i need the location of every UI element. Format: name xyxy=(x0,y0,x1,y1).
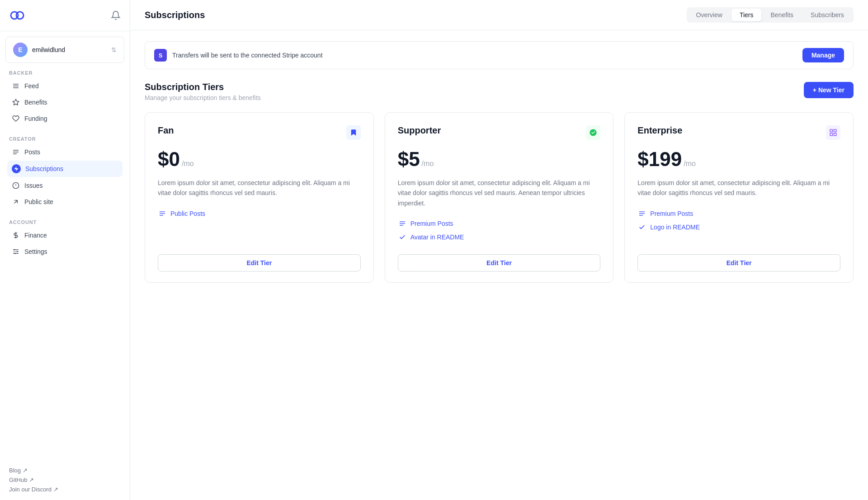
tier-supporter-price: $5 /mo xyxy=(398,148,601,171)
tier-supporter-name: Supporter xyxy=(398,125,441,136)
backer-section: BACKER Feed Benefits Funding xyxy=(0,63,130,129)
posts-benefit-icon-2 xyxy=(398,219,407,228)
sidebar-item-settings[interactable]: Settings xyxy=(7,244,123,259)
github-link[interactable]: GitHub ↗ xyxy=(9,476,121,483)
tier-fan-description: Lorem ipsum dolor sit amet, consectetur … xyxy=(158,178,361,198)
sidebar-item-posts-label: Posts xyxy=(24,148,40,156)
discord-link[interactable]: Join our Discord ↗ xyxy=(9,486,121,493)
svg-point-19 xyxy=(17,251,18,252)
section-title-block: Subscription Tiers Manage your subscript… xyxy=(145,82,261,101)
tab-subscribers[interactable]: Subscribers xyxy=(802,9,852,21)
sidebar-item-subscriptions-label: Subscriptions xyxy=(25,165,63,172)
sidebar-item-finance-label: Finance xyxy=(24,232,47,239)
account-section: ACCOUNT Finance Settings xyxy=(0,212,130,262)
benefit-public-posts-label: Public Posts xyxy=(170,210,205,217)
tier-supporter-benefits: Premium Posts Avatar in README xyxy=(398,219,601,242)
svg-rect-30 xyxy=(834,133,836,136)
issues-icon xyxy=(12,181,20,190)
backer-label: BACKER xyxy=(7,70,123,76)
main-content: S Transfers will be sent to the connecte… xyxy=(130,30,868,294)
tier-supporter-amount: $5 xyxy=(398,148,420,171)
edit-tier-enterprise-button[interactable]: Edit Tier xyxy=(637,254,840,271)
stripe-banner: S Transfers will be sent to the connecte… xyxy=(145,41,854,69)
sidebar-item-public-site[interactable]: Public site xyxy=(7,194,123,210)
account-label: ACCOUNT xyxy=(7,219,123,225)
public-site-icon xyxy=(12,198,20,206)
posts-benefit-icon xyxy=(158,209,167,218)
benefits-icon xyxy=(12,98,20,106)
blog-link[interactable]: Blog ↗ xyxy=(9,467,121,474)
posts-icon xyxy=(12,148,20,156)
user-switcher[interactable]: E emilwidlund ⇅ xyxy=(5,37,124,63)
svg-point-1 xyxy=(16,12,24,19)
tier-enterprise-description: Lorem ipsum dolor sit amet, consectetur … xyxy=(637,178,840,198)
tab-tiers[interactable]: Tiers xyxy=(731,9,762,21)
notification-bell[interactable] xyxy=(111,10,121,20)
sidebar-item-funding[interactable]: Funding xyxy=(7,111,123,126)
benefit-premium-posts: Premium Posts xyxy=(398,219,601,228)
sidebar: E emilwidlund ⇅ BACKER Feed Benefits xyxy=(0,0,130,500)
tier-card-fan: Fan $0 /mo Lorem ipsum dolor sit amet, c… xyxy=(145,112,374,283)
manage-button[interactable]: Manage xyxy=(802,48,844,62)
tab-benefits[interactable]: Benefits xyxy=(762,9,802,21)
sidebar-item-public-site-label: Public site xyxy=(24,198,53,205)
svg-point-20 xyxy=(14,253,16,254)
sidebar-item-feed[interactable]: Feed xyxy=(7,78,123,94)
check-benefit-icon xyxy=(398,233,407,242)
creator-section: CREATOR Posts Subscriptions xyxy=(0,129,130,212)
tier-enterprise-period: /mo xyxy=(684,160,696,168)
enterprise-tier-icon xyxy=(826,125,840,140)
posts-benefit-icon-3 xyxy=(637,209,646,218)
tier-card-fan-top: Fan xyxy=(158,125,361,140)
sidebar-item-funding-label: Funding xyxy=(24,115,47,122)
sidebar-item-benefits-label: Benefits xyxy=(24,99,47,106)
tier-fan-name: Fan xyxy=(158,125,174,136)
benefit-public-posts: Public Posts xyxy=(158,209,361,218)
sidebar-item-posts[interactable]: Posts xyxy=(7,144,123,160)
tiers-grid: Fan $0 /mo Lorem ipsum dolor sit amet, c… xyxy=(145,112,854,283)
stripe-banner-left: S Transfers will be sent to the connecte… xyxy=(154,49,323,62)
tab-overview[interactable]: Overview xyxy=(688,9,731,21)
tier-fan-benefits: Public Posts xyxy=(158,209,361,242)
new-tier-button[interactable]: + New Tier xyxy=(804,82,854,98)
section-header: Subscription Tiers Manage your subscript… xyxy=(145,82,854,101)
main-header: Subscriptions Overview Tiers Benefits Su… xyxy=(130,0,868,30)
finance-icon xyxy=(12,231,20,239)
avatar: E xyxy=(13,43,28,57)
edit-tier-fan-button[interactable]: Edit Tier xyxy=(158,254,361,271)
settings-icon xyxy=(12,248,20,256)
sidebar-item-subscriptions[interactable]: Subscriptions xyxy=(7,161,123,177)
stripe-banner-text: Transfers will be sent to the connected … xyxy=(172,52,323,59)
check-benefit-icon-2 xyxy=(637,223,646,232)
main-content-area: Subscriptions Overview Tiers Benefits Su… xyxy=(130,0,868,500)
edit-tier-supporter-button[interactable]: Edit Tier xyxy=(398,254,601,271)
page-title: Subscriptions xyxy=(145,10,205,20)
stripe-badge: S xyxy=(154,49,167,62)
tier-card-enterprise: Enterprise $199 /mo Lorem ipsum dolor si… xyxy=(624,112,854,283)
tier-enterprise-name: Enterprise xyxy=(637,125,682,136)
svg-line-13 xyxy=(14,200,18,204)
sidebar-item-issues[interactable]: Issues xyxy=(7,178,123,193)
sidebar-item-finance[interactable]: Finance xyxy=(7,228,123,243)
sidebar-item-feed-label: Feed xyxy=(24,82,39,90)
sidebar-item-settings-label: Settings xyxy=(24,248,47,255)
section-subtitle: Manage your subscription tiers & benefit… xyxy=(145,94,261,101)
benefit-premium-posts-label: Premium Posts xyxy=(410,220,453,227)
tier-card-enterprise-top: Enterprise xyxy=(637,125,840,140)
sidebar-item-benefits[interactable]: Benefits xyxy=(7,95,123,110)
tier-supporter-period: /mo xyxy=(422,160,434,168)
tier-fan-amount: $0 xyxy=(158,148,180,171)
benefit-logo-readme: Logo in README xyxy=(637,223,840,232)
logo[interactable] xyxy=(9,7,25,24)
username: emilwidlund xyxy=(32,46,65,53)
benefit-enterprise-premium-posts: Premium Posts xyxy=(637,209,840,218)
svg-rect-28 xyxy=(834,129,836,132)
subscriptions-icon xyxy=(12,164,21,173)
sidebar-item-issues-label: Issues xyxy=(24,182,42,189)
tier-card-supporter: Supporter $5 /mo Lorem ipsum dolor sit a… xyxy=(385,112,614,283)
benefit-avatar-readme-label: Avatar in README xyxy=(410,233,464,241)
svg-rect-29 xyxy=(830,133,832,136)
tabs-nav: Overview Tiers Benefits Subscribers xyxy=(687,7,854,23)
feed-icon xyxy=(12,82,20,90)
svg-marker-9 xyxy=(14,167,19,171)
